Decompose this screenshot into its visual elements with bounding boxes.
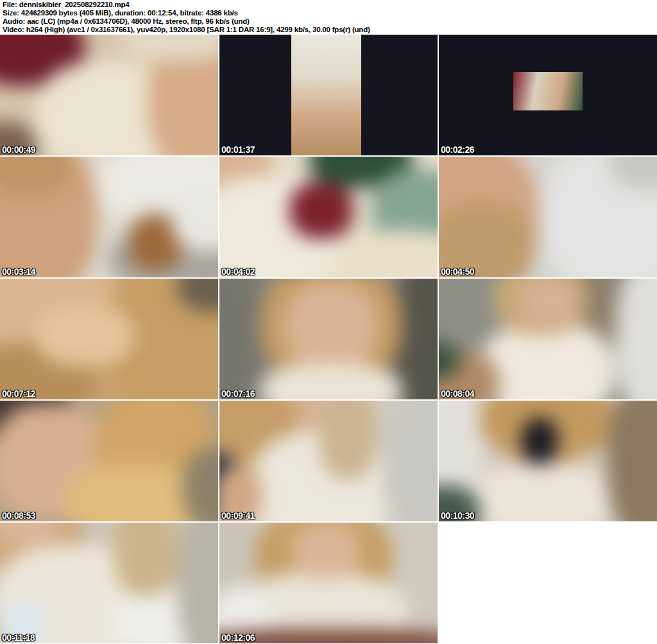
portrait-video-strip: [291, 35, 361, 155]
image-color-zone: [173, 194, 218, 250]
timestamp-overlay: 00:07:16: [221, 388, 255, 399]
timestamp-overlay: 00:00:49: [2, 144, 35, 155]
thumbnail-image-placeholder: [219, 279, 438, 399]
timestamp-overlay: 00:04:50: [441, 266, 474, 277]
thumbnail: 00:09:41: [219, 401, 438, 521]
timestamp-overlay: 00:03:14: [2, 266, 35, 277]
thumbnail: 00:00:49: [0, 35, 218, 155]
timestamp-overlay: 00:10:30: [441, 510, 474, 521]
image-color-zone: [292, 523, 361, 579]
empty-grid-slot: [439, 523, 657, 643]
thumbnail-image-placeholder: [0, 157, 218, 277]
audio-info-line: Audio: aac (LC) (mp4a / 0x6134706D), 480…: [3, 17, 657, 26]
image-color-zone: [470, 464, 616, 521]
image-color-zone: [518, 279, 579, 326]
thumbnail-image-placeholder: [0, 401, 218, 521]
image-color-zone: [319, 401, 377, 480]
image-color-zone: [617, 279, 657, 399]
thumbnail-grid: 00:00:49 00:01:37 00:02:26 00:03:14 00:0…: [0, 35, 657, 643]
timestamp-overlay: 00:07:12: [2, 388, 35, 399]
image-color-zone: [521, 418, 558, 466]
timestamp-overlay: 00:08:53: [2, 510, 35, 521]
thumbnail: 00:01:37: [219, 35, 438, 155]
timestamp-overlay: 00:08:04: [441, 388, 474, 399]
thumbnail-image-placeholder: [439, 279, 657, 399]
thumbnail-image-placeholder: [0, 279, 218, 399]
thumbnail: 00:03:14: [0, 157, 218, 277]
thumbnail-image-placeholder: [219, 157, 438, 277]
file-info-header: File: denniskibler_202508292210.mp4 Size…: [0, 0, 657, 35]
thumbnail: 00:04:02: [219, 157, 438, 277]
timestamp-overlay: 00:02:26: [441, 144, 474, 155]
thumbnail: 00:12:06: [219, 523, 438, 643]
image-color-zone: [121, 35, 218, 61]
image-color-zone: [382, 401, 438, 521]
thumbnail-image-placeholder: [439, 401, 657, 521]
image-color-zone: [606, 401, 657, 521]
thumbnail-image-placeholder: [439, 157, 657, 277]
file-size-line: Size: 424629309 bytes (405 MiB), duratio…: [3, 9, 657, 17]
image-color-zone: [36, 305, 133, 366]
thumbnail: 00:11:18: [0, 523, 218, 643]
thumbnail: 00:04:50: [439, 157, 657, 277]
video-contact-sheet: File: denniskibler_202508292210.mp4 Size…: [0, 0, 657, 643]
image-color-zone: [219, 279, 265, 399]
timestamp-overlay: 00:11:18: [2, 632, 35, 643]
file-name-line: File: denniskibler_202508292210.mp4: [3, 1, 657, 9]
timestamp-overlay: 00:12:06: [221, 632, 255, 643]
image-color-zone: [178, 523, 218, 643]
image-color-zone: [260, 363, 402, 399]
thumbnail: 00:08:53: [0, 401, 218, 521]
thumbnail-image-placeholder: [0, 35, 218, 155]
thumbnail-image-placeholder: [0, 523, 218, 643]
thumbnail: 00:08:04: [439, 279, 657, 399]
image-color-zone: [114, 523, 178, 596]
thumbnail: 00:07:16: [219, 279, 438, 399]
timestamp-overlay: 00:01:37: [221, 144, 255, 155]
thumbnail-image-placeholder: [219, 523, 438, 643]
thumbnail: 00:10:30: [439, 401, 657, 521]
video-info-line: Video: h264 (High) (avc1 / 0x31637661), …: [3, 26, 657, 34]
thumbnail: 00:07:12: [0, 279, 218, 399]
image-color-zone: [334, 231, 438, 277]
image-color-zone: [289, 182, 353, 238]
image-color-zone: [284, 283, 377, 370]
thumbnail-image-placeholder: [219, 401, 438, 521]
thumbnail: 00:02:26: [439, 35, 657, 155]
timestamp-overlay: 00:09:41: [221, 510, 255, 521]
pip-frame: [513, 72, 583, 110]
timestamp-overlay: 00:04:02: [221, 266, 255, 277]
